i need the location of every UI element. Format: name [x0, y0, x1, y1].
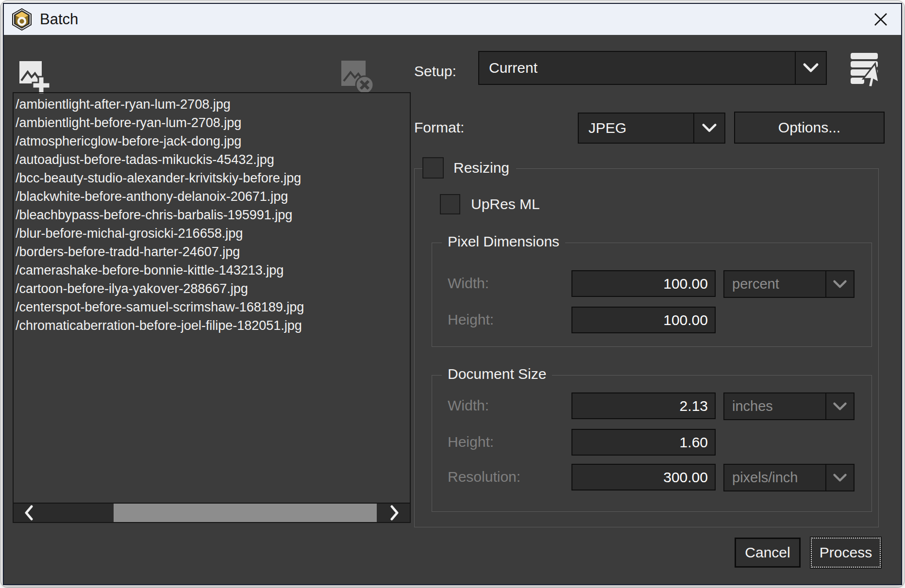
pixel-width-unit-dropdown[interactable]: percent — [723, 270, 855, 298]
pixel-width-label: Width: — [448, 275, 489, 292]
chevron-down-icon — [825, 465, 854, 490]
file-list-box: /ambientlight-after-ryan-lum-2708.jpg/am… — [13, 92, 411, 523]
chevron-down-icon — [825, 271, 854, 297]
app-icon — [12, 8, 32, 31]
batch-dialog: Batch Setup: Current — [3, 3, 902, 585]
chevron-right-icon — [390, 505, 400, 521]
options-button-label: Options... — [778, 119, 840, 136]
resolution-unit-value: pixels/inch — [724, 465, 825, 490]
list-item[interactable]: /ambientlight-before-ryan-lum-2708.jpg — [16, 114, 410, 132]
list-item[interactable]: /blur-before-michal-grosicki-216658.jpg — [16, 224, 410, 243]
list-item[interactable]: /borders-before-tradd-harter-24607.jpg — [16, 243, 410, 261]
format-value: JPEG — [579, 114, 693, 143]
process-button[interactable]: Process — [811, 538, 881, 568]
resizing-label: Resizing — [453, 160, 509, 176]
list-item[interactable]: /chromaticaberration-before-joel-filipe-… — [16, 316, 410, 335]
list-item[interactable]: /camerashake-before-bonnie-kittle-143213… — [16, 261, 410, 279]
doc-width-label: Width: — [448, 397, 489, 414]
doc-width-input[interactable] — [571, 392, 716, 419]
chevron-down-icon — [693, 114, 724, 143]
upres-row: UpRes ML — [440, 194, 540, 214]
list-item[interactable]: /bcc-beauty-studio-alexander-krivitskiy-… — [16, 169, 410, 187]
process-button-label: Process — [820, 544, 872, 561]
chevron-left-icon — [24, 505, 34, 521]
batch-list-arrow-icon — [849, 51, 885, 89]
resolution-label: Resolution: — [448, 469, 520, 485]
chevron-down-icon — [825, 393, 854, 419]
add-images-icon — [18, 59, 50, 94]
list-item[interactable]: /bleachbypass-before-chris-barbalis-1959… — [16, 206, 410, 224]
cancel-button-label: Cancel — [745, 544, 790, 561]
chevron-down-icon — [795, 52, 826, 84]
cancel-button[interactable]: Cancel — [735, 538, 801, 568]
scroll-track[interactable] — [44, 504, 380, 522]
doc-width-unit-dropdown[interactable]: inches — [723, 392, 855, 420]
pixel-dimensions-group: Pixel Dimensions Width: percent Height: — [432, 243, 872, 347]
file-list: /ambientlight-after-ryan-lum-2708.jpg/am… — [14, 95, 410, 502]
doc-height-input[interactable] — [571, 429, 716, 456]
resizing-group: Resizing UpRes ML Pixel Dimensions Width… — [414, 168, 879, 527]
doc-height-label: Height: — [448, 434, 494, 450]
list-item[interactable]: /cartoon-before-ilya-yakover-288667.jpg — [16, 279, 410, 298]
resolution-unit-dropdown[interactable]: pixels/inch — [723, 464, 855, 491]
format-dropdown[interactable]: JPEG — [578, 113, 725, 144]
upres-ml-checkbox[interactable] — [440, 194, 460, 214]
document-size-legend: Document Size — [442, 366, 552, 382]
options-button[interactable]: Options... — [734, 112, 885, 144]
pixel-height-input[interactable] — [571, 307, 716, 333]
resolution-input[interactable] — [571, 464, 716, 490]
document-size-group: Document Size Width: inches Height: Reso… — [432, 375, 872, 512]
setup-value: Current — [479, 52, 795, 84]
setup-dropdown[interactable]: Current — [478, 51, 827, 85]
list-item[interactable]: /ambientlight-after-ryan-lum-2708.jpg — [16, 95, 410, 114]
pixel-dimensions-legend: Pixel Dimensions — [442, 233, 565, 250]
scroll-thumb[interactable] — [114, 504, 377, 522]
pixel-width-unit-value: percent — [724, 271, 825, 297]
doc-width-unit-value: inches — [724, 393, 825, 419]
pixel-height-label: Height: — [448, 311, 494, 328]
document-size-title: Document Size — [448, 366, 546, 382]
upres-ml-label: UpRes ML — [471, 196, 540, 212]
close-icon — [873, 12, 888, 27]
list-item[interactable]: /atmosphericglow-before-jack-dong.jpg — [16, 132, 410, 150]
scroll-right-button[interactable] — [380, 504, 410, 522]
list-item[interactable]: /centerspot-before-samuel-scrimshaw-1681… — [16, 298, 410, 316]
window-title: Batch — [40, 11, 78, 28]
h-scrollbar[interactable] — [14, 503, 410, 522]
add-images-button[interactable] — [17, 58, 51, 95]
remove-images-icon — [339, 59, 378, 98]
scroll-left-button[interactable] — [14, 504, 44, 522]
format-label: Format: — [414, 119, 464, 136]
resizing-legend: Resizing — [422, 157, 516, 179]
close-button[interactable] — [872, 11, 889, 28]
apply-setup-to-list-button[interactable] — [848, 50, 886, 89]
pixel-dimensions-title: Pixel Dimensions — [448, 233, 559, 250]
setup-label: Setup: — [414, 63, 456, 80]
resizing-checkbox[interactable] — [422, 157, 444, 179]
list-item[interactable]: /blackwhite-before-anthony-delanoix-2067… — [16, 187, 410, 206]
titlebar: Batch — [4, 4, 901, 35]
pixel-width-input[interactable] — [571, 270, 716, 297]
list-item[interactable]: /autoadjust-before-tadas-mikuckis-45432.… — [16, 150, 410, 169]
